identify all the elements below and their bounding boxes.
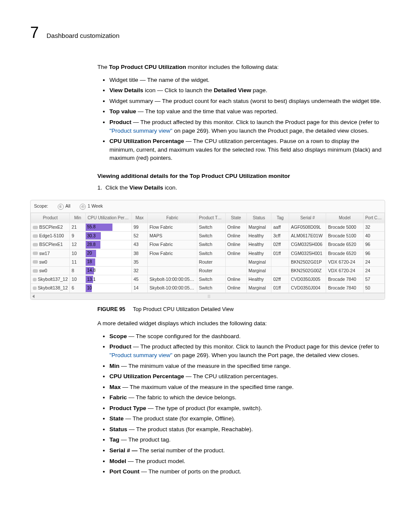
col-serial[interactable]: Serial # (289, 213, 326, 223)
cell-status: Healthy (246, 275, 271, 284)
col-product[interactable]: Product (31, 213, 70, 223)
text-bold: Detailed View (214, 87, 251, 93)
scroll-left-arrow-icon[interactable] (32, 295, 34, 298)
scroll-grip-icon[interactable] (208, 295, 210, 298)
list-item: CPU Utilization Percentage — The CPU uti… (109, 137, 385, 162)
col-state[interactable]: State (225, 213, 246, 223)
col-ptype[interactable]: Product Type (197, 213, 225, 223)
cell-state (225, 267, 246, 275)
cell-ptype: Switch (197, 284, 225, 292)
device-icon (33, 286, 37, 290)
cell-model: Brocade 6520 (326, 249, 363, 258)
col-model[interactable]: Model (326, 213, 363, 223)
cell-serial: ALM0617E01W (289, 232, 326, 240)
cell-ptype: Switch (197, 249, 225, 258)
table-row[interactable]: Skybolt138_1261014Skybolt-10:00:00:05:33… (31, 284, 385, 292)
text-bold: Product (109, 343, 131, 350)
cell-state: Online (225, 223, 246, 231)
cell-status: Healthy (246, 232, 271, 240)
cell-fabric (147, 267, 197, 275)
col-tag[interactable]: Tag (271, 213, 289, 223)
cell-product: Edge1-5100 (39, 233, 64, 239)
text-bold: Top Product CPU Utilization (109, 64, 186, 70)
cell-cpu: 14.8 (86, 267, 132, 275)
cell-state: Online (225, 275, 246, 284)
col-fabric[interactable]: Fabric (147, 213, 197, 223)
col-min[interactable]: Min (70, 213, 86, 223)
cell-status: Healthy (246, 249, 271, 258)
table-header-row: Product Min CPU Utilization Percentage M… (31, 213, 385, 223)
figure-label: FIGURE 95 (97, 306, 125, 312)
text: — The product tag. (119, 436, 171, 443)
device-icon (33, 243, 38, 246)
cell-ptype: Switch (197, 275, 225, 284)
table-row[interactable]: Skybolt137_121013.145Skybolt-10:00:00:05… (31, 275, 385, 284)
cell-model: Brocade 6520 (326, 240, 363, 249)
bullet-list-1: Widget title — The name of the widget. V… (97, 76, 385, 162)
clock-icon: ◴ (80, 204, 86, 210)
text-bold: Product (109, 119, 131, 125)
cell-serial: BKN2502G01P (289, 258, 326, 266)
table-row[interactable]: sw0814.832RouterMarginalBKN2502G00ZVDX 6… (31, 267, 385, 275)
text: — The product status (for example, Reach… (127, 426, 253, 432)
device-icon (33, 260, 38, 264)
text-bold: Model (109, 458, 126, 464)
cell-product: sw17 (39, 250, 50, 257)
link-product-summary[interactable]: "Product summary view" (109, 352, 172, 358)
cell-tag: aaff (271, 223, 289, 231)
cell-min: 9 (70, 232, 86, 240)
intro-para: The Top Product CPU Utilization monitor … (97, 63, 385, 72)
cell-serial: AGF0508D09L (289, 223, 326, 231)
cell-max: 14 (131, 284, 147, 292)
cell-max: 52 (131, 232, 147, 240)
text: The serial number of the product. (137, 447, 224, 454)
cell-max: 32 (131, 267, 147, 275)
list-item: Status — The product status (for example… (109, 425, 385, 434)
list-item: Max — The maximum value of the measure i… (109, 383, 385, 392)
list-item: Product — The product affected by this m… (109, 118, 385, 135)
list-item: Product Type — The type of product (for … (109, 404, 385, 413)
cell-product: BSCPlexE1 (39, 241, 63, 248)
cell-fabric: Skybolt-10:00:00:05:33:6 (147, 275, 197, 284)
text: — The product model. (126, 458, 185, 464)
table-row[interactable]: Edge1-5100930.352MAPSSwitchOnlineHealthy… (31, 232, 385, 240)
list-item: CPU Utilization Percentage — The CPU uti… (109, 372, 385, 381)
col-status[interactable]: Status (246, 213, 271, 223)
text: All (65, 203, 71, 208)
cell-cpu: 55.8 (86, 223, 132, 231)
col-cpu[interactable]: CPU Utilization Percentage (86, 213, 132, 223)
horizontal-scrollbar[interactable] (31, 293, 385, 299)
table-row[interactable]: sw17102038Flow FabricSwitchOnlineHealthy… (31, 249, 385, 258)
table-row[interactable]: BSCPlexE22155.899Flow FabricSwitchOnline… (31, 223, 385, 231)
cell-min: 11 (70, 258, 86, 266)
col-pc[interactable]: Port Coun (363, 213, 384, 223)
cell-product: Skybolt137_12 (38, 276, 68, 283)
table-row[interactable]: BSCPlexE11228.843Flow FabricSwitchOnline… (31, 240, 385, 249)
cell-model: Brocade 7840 (326, 275, 363, 284)
cpu-util-table: Product Min CPU Utilization Percentage M… (31, 213, 385, 293)
list-item: Widget title — The name of the widget. (109, 76, 385, 84)
cell-pc: 96 (363, 249, 384, 258)
text: — The product state (for example, Offlin… (124, 415, 235, 422)
cell-min: 12 (70, 240, 86, 249)
page-header: 7 Dashboard customization (30, 22, 385, 44)
cell-pc: 24 (363, 258, 384, 266)
list-item: Widget summary — The product count for e… (109, 97, 385, 106)
cell-min: 8 (70, 267, 86, 275)
cell-max: 45 (131, 275, 147, 284)
cell-state (225, 258, 246, 266)
cell-tag: 01ff (271, 249, 289, 258)
cell-cpu: 18 (86, 258, 132, 266)
col-max[interactable]: Max (131, 213, 147, 223)
cell-serial: CGM0325H006 (289, 240, 326, 249)
cell-cpu: 28.8 (86, 240, 132, 249)
table-row[interactable]: sw0111835RouterMarginalBKN2502G01PVDX 67… (31, 258, 385, 266)
cell-tag: 02ff (271, 240, 289, 249)
cell-state: Online (225, 284, 246, 292)
cell-tag: 3cff (271, 232, 289, 240)
figure-caption: FIGURE 95 Top Product CPU Utilization De… (97, 305, 385, 314)
link-product-summary[interactable]: "Product summary view" (109, 128, 172, 134)
text: — The fabric to which the device belongs… (127, 394, 237, 401)
bullet-list-2: Scope — The scope configured for the das… (97, 332, 385, 476)
cell-tag (271, 258, 289, 266)
